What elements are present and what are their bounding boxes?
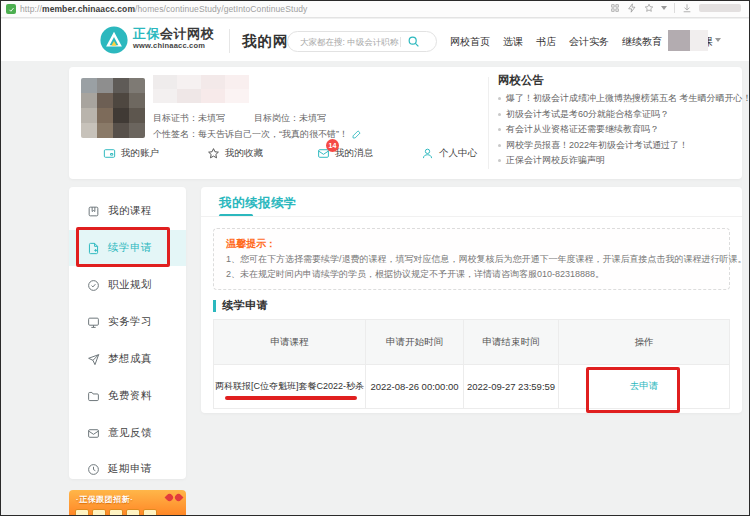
toolbar-divider xyxy=(674,3,675,13)
browser-address-bar[interactable]: http://member.chinaacc.com/homes/continu… xyxy=(1,1,749,18)
mail-icon xyxy=(87,427,100,440)
sidebar-item-free-materials[interactable]: 免费资料 xyxy=(69,378,186,414)
col-header-end-time: 申请结束时间 xyxy=(464,320,559,364)
download-icon[interactable] xyxy=(682,3,692,13)
ribbon-bow-icon xyxy=(166,492,182,504)
user-menu-chevron-icon[interactable] xyxy=(715,38,721,42)
promo-banner-clipped-text xyxy=(75,509,157,516)
sidebar-item-my-courses[interactable]: 我的课程 xyxy=(69,193,186,229)
sidebar-item-practical-study[interactable]: 实务学习 xyxy=(69,304,186,340)
nav-practice[interactable]: 会计实务 xyxy=(569,35,609,49)
quick-link-account[interactable]: 我的账户 xyxy=(103,147,159,160)
apply-link[interactable]: 去申请 xyxy=(630,380,659,393)
url-domain: member.chinaacc.com xyxy=(42,4,135,14)
col-header-action: 操作 xyxy=(559,320,729,364)
cell-course-name: 两科联报[C位夺魁班]套餐C2022-秒杀 xyxy=(214,364,366,408)
announcement-item[interactable]: 爆了！初级会计成绩冲上微博热搜榜第五名 考生晒分晒开心！ xyxy=(498,93,734,103)
doc-plus-icon xyxy=(87,242,100,255)
sidebar-item-feedback[interactable]: 意见反馈 xyxy=(69,415,186,451)
nav-continuing-edu[interactable]: 继续教育 xyxy=(622,35,662,49)
chevron-down-icon[interactable] xyxy=(661,6,667,10)
cell-start-time: 2022-08-26 00:00:00 xyxy=(366,364,464,408)
nav-courses[interactable]: 选课 xyxy=(503,35,523,49)
quick-link-personal-center[interactable]: 个人中心 xyxy=(421,147,477,160)
brand-logo-icon xyxy=(100,26,128,54)
sidebar-item-extension-request[interactable]: 延期申请 xyxy=(69,451,186,487)
tip-line-1: 1、您可在下方选择需要续学/退费的课程，填写对应信息，网校复核后为您开通下一年度… xyxy=(226,253,747,266)
main-content: 我的续报续学 温馨提示： 1、您可在下方选择需要续学/退费的课程，填写对应信息，… xyxy=(201,187,742,413)
announcement-item[interactable]: 初级会计考试是考60分就能合格拿证吗？ xyxy=(498,109,734,119)
promo-banner[interactable]: ·正保跟团招新· xyxy=(69,490,186,516)
card-icon xyxy=(103,147,116,160)
header-divider xyxy=(229,29,230,53)
section-header: 续学申请 xyxy=(213,298,268,313)
sidebar-item-continue-study[interactable]: 续学申请 xyxy=(69,230,186,266)
tips-title: 温馨提示： xyxy=(226,237,276,251)
book-icon xyxy=(87,205,100,218)
username-blurred xyxy=(153,75,249,103)
edit-signature-button[interactable] xyxy=(352,127,362,142)
nav-home[interactable]: 网校首页 xyxy=(450,35,490,49)
extensions-grid-icon[interactable] xyxy=(610,3,620,13)
favorite-star-icon[interactable] xyxy=(644,3,654,13)
table-header-row: 申请课程 申请开始时间 申请结束时间 操作 xyxy=(214,320,729,364)
sidebar: 我的课程 续学申请 职业规划 实务学习 梦想成真 免费资料 意见反馈 延期申请 xyxy=(69,187,186,479)
promo-banner-text: ·正保跟团招新· xyxy=(76,494,133,505)
announcements-list: 爆了！初级会计成绩冲上微博热搜榜第五名 考生晒分晒开心！ 初级会计考试是考60分… xyxy=(498,93,734,171)
user-name-blurred[interactable] xyxy=(690,30,708,51)
nav-bookstore[interactable]: 书店 xyxy=(536,35,556,49)
sidebar-item-dreams-come-true[interactable]: 梦想成真 xyxy=(69,341,186,377)
blurred-toolbar-text xyxy=(699,4,741,12)
url-scheme: http:// xyxy=(20,4,42,14)
paper-plane-icon xyxy=(87,353,100,366)
announcement-item[interactable]: 网校学员报喜！2022年初级会计考试通过了！ xyxy=(498,140,734,150)
card-divider xyxy=(488,77,489,169)
search-input[interactable] xyxy=(300,37,400,47)
title-divider xyxy=(201,216,742,217)
table-row: 两科联报[C位夺魁班]套餐C2022-秒杀 2022-08-26 00:00:0… xyxy=(214,364,729,408)
tip-line-2: 2、未在规定时间内申请续学的学员，根据协议规定不予开课，详情请咨询客服010-8… xyxy=(226,268,604,281)
section-title: 续学申请 xyxy=(222,298,268,313)
quick-link-messages[interactable]: 我的消息 xyxy=(317,147,373,160)
clock-icon xyxy=(87,463,100,476)
site-header: 正保会计网校 www.chinaacc.com 我的网校我的家 网校首页 选课 … xyxy=(1,19,749,61)
section-accent-bar xyxy=(213,300,216,312)
tips-box: 温馨提示： 1、您可在下方选择需要续学/退费的课程，填写对应信息，网校复核后为您… xyxy=(213,228,730,290)
search-divider xyxy=(400,37,401,47)
user-avatar-blurred[interactable] xyxy=(668,30,690,51)
announcement-item[interactable]: 有会计从业资格证还需要继续教育吗？ xyxy=(498,124,734,134)
secure-site-icon xyxy=(6,4,16,14)
continue-study-table: 申请课程 申请开始时间 申请结束时间 操作 两科联报[C位夺魁班]套餐C2022… xyxy=(213,319,730,409)
search-box[interactable] xyxy=(287,31,437,52)
bullet-dot xyxy=(498,144,501,147)
monitor-icon xyxy=(87,316,100,329)
bullet-dot xyxy=(498,159,501,162)
brand-logo[interactable]: 正保会计网校 www.chinaacc.com xyxy=(100,26,214,54)
content-title: 我的续报续学 xyxy=(219,195,297,212)
brand-name: 正保会计网校 xyxy=(133,26,214,41)
col-header-course: 申请课程 xyxy=(214,320,366,364)
col-header-start-time: 申请开始时间 xyxy=(366,320,464,364)
search-button[interactable] xyxy=(407,35,421,49)
brand-site-url: www.chinaacc.com xyxy=(133,41,214,50)
pencil-icon xyxy=(352,129,362,139)
bullet-dot xyxy=(498,128,501,131)
check-circle-icon xyxy=(87,279,100,292)
bullet-dot xyxy=(498,97,501,100)
user-icon xyxy=(421,147,434,160)
announcement-item[interactable]: 正保会计网校反诈骗声明 xyxy=(498,155,734,165)
search-icon xyxy=(407,35,420,48)
star-icon xyxy=(207,147,220,160)
quick-link-favorites[interactable]: 我的收藏 xyxy=(207,147,263,160)
speed-lightning-icon[interactable] xyxy=(627,3,637,13)
avatar[interactable] xyxy=(81,78,145,138)
announcements-title: 网校公告 xyxy=(498,73,544,88)
screenshot-root: http://member.chinaacc.com/homes/continu… xyxy=(0,0,750,516)
sidebar-item-career-planning[interactable]: 职业规划 xyxy=(69,267,186,303)
url-text[interactable]: http://member.chinaacc.com/homes/continu… xyxy=(20,4,307,14)
target-job-line: 目标岗位：未填写 xyxy=(254,112,326,125)
unread-count-badge: 14 xyxy=(326,139,339,152)
folder-icon xyxy=(87,390,100,403)
url-path: /homes/continueStudy/getIntoContinueStud… xyxy=(135,4,307,14)
bullet-dot xyxy=(498,113,501,116)
